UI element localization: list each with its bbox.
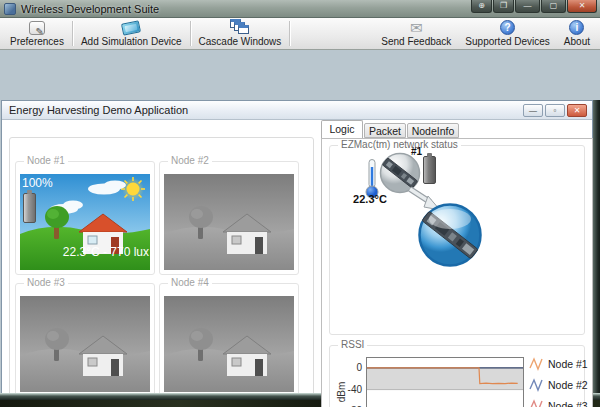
tab-logic[interactable]: Logic (321, 120, 363, 138)
window-controls: ⊕ ❐ — ▢ ✕ (471, 0, 597, 13)
node-3-label: Node #3 (24, 277, 68, 288)
device-screen-icon (121, 20, 141, 35)
network-device-bubble (417, 202, 483, 272)
rssi-chart (366, 357, 524, 407)
child-close-button[interactable]: ✕ (567, 104, 587, 117)
chart-legend: Node #1 Node #2 Node #3 Node #4 (529, 353, 588, 407)
node-group-2: Node #2 (159, 161, 299, 275)
minimize-button[interactable]: — (515, 0, 540, 13)
supported-devices-button[interactable]: ? Supported Devices (458, 18, 557, 49)
preferences-button[interactable]: ✎ Preferences (3, 18, 71, 49)
node-id-label: #1 (411, 146, 422, 157)
legend-label: Node #3 (548, 400, 588, 407)
mdi-area: Energy Harvesting Demo Application — ▫ ✕… (0, 50, 600, 393)
legend-item: Node #2 (529, 374, 588, 395)
maximize-button[interactable]: ▢ (541, 0, 566, 13)
node-group-4: Node #4 (159, 283, 299, 397)
child-body: Node #1 100% 22.3°C - 770 lux (2, 120, 592, 407)
tab-nodeinfo[interactable]: NodeInfo (407, 123, 459, 138)
line-series-icon (529, 377, 545, 392)
line-series-icon (529, 356, 545, 371)
target-button[interactable]: ⊕ (471, 0, 492, 13)
send-feedback-button[interactable]: ✉ Send Feedback (374, 18, 458, 49)
rssi-group-title: RSSI (338, 339, 367, 350)
y-tick-label: 0 (334, 362, 362, 373)
window-right-edge (593, 100, 600, 407)
y-tick-label: -40 (334, 384, 362, 395)
node-2-label: Node #2 (168, 155, 212, 166)
line-series-icon (529, 398, 545, 407)
node-4-label: Node #4 (168, 277, 212, 288)
child-titlebar[interactable]: Energy Harvesting Demo Application — ▫ ✕ (2, 101, 592, 120)
toolbar-separator (289, 21, 290, 46)
toolbar-right-group: ✉ Send Feedback ? Supported Devices i Ab… (374, 18, 597, 49)
node-group-3: Node #3 (15, 283, 155, 397)
popout-button[interactable]: ❐ (493, 0, 514, 13)
app-icon (4, 3, 16, 15)
toolbar-separator (190, 21, 191, 46)
cascade-windows-icon (230, 19, 249, 35)
node-4-scene[interactable] (164, 296, 294, 392)
toolbar-left-group: ✎ Preferences Add Simulation Device Casc… (3, 18, 291, 49)
node-group-1: Node #1 100% 22.3°C - 770 lux (15, 161, 155, 275)
network-status-group-title: EZMac(tm) network status (338, 139, 461, 150)
network-status-group: EZMac(tm) network status 22.3°C (329, 145, 585, 335)
toolbar-separator (72, 21, 73, 46)
child-window: Energy Harvesting Demo Application — ▫ ✕… (1, 100, 593, 407)
node-1-status: 22.3°C - 770 lux (63, 245, 149, 259)
child-window-title: Energy Harvesting Demo Application (9, 104, 188, 116)
node-2-scene[interactable] (164, 174, 294, 270)
child-minimize-button[interactable]: — (523, 104, 543, 117)
node-1-label: Node #1 (24, 155, 68, 166)
tab-packet[interactable]: Packet (364, 123, 406, 138)
battery-icon (423, 156, 436, 184)
preferences-icon: ✎ (29, 21, 45, 35)
envelope-icon: ✉ (410, 20, 423, 35)
app-window: Wireless Development Suite ⊕ ❐ — ▢ ✕ ✎ P… (0, 0, 600, 400)
cascade-windows-button[interactable]: Cascade Windows (192, 18, 289, 49)
child-restore-button[interactable]: ▫ (545, 104, 565, 117)
rssi-group: RSSI dBm 0-40-80-120 Node #1 Node #2 Nod… (329, 345, 585, 407)
node-3-scene[interactable] (20, 296, 150, 392)
legend-label: Node #2 (548, 379, 588, 391)
node-1-battery-percent: 100% (22, 176, 53, 190)
titlebar[interactable]: Wireless Development Suite ⊕ ❐ — ▢ ✕ (0, 0, 600, 18)
desktop: Wireless Development Suite ⊕ ❐ — ▢ ✕ ✎ P… (0, 0, 600, 407)
legend-label: Node #1 (548, 358, 588, 370)
legend-item: Node #1 (529, 353, 588, 374)
info-icon: i (569, 20, 584, 35)
window-title: Wireless Development Suite (21, 3, 159, 15)
legend-item: Node #3 (529, 395, 588, 407)
add-simulation-device-button[interactable]: Add Simulation Device (74, 18, 189, 49)
question-icon: ? (500, 20, 515, 35)
close-button[interactable]: ✕ (567, 0, 597, 13)
toolbar: ✎ Preferences Add Simulation Device Casc… (0, 18, 600, 50)
about-button[interactable]: i About (557, 18, 597, 49)
battery-icon (23, 193, 36, 223)
